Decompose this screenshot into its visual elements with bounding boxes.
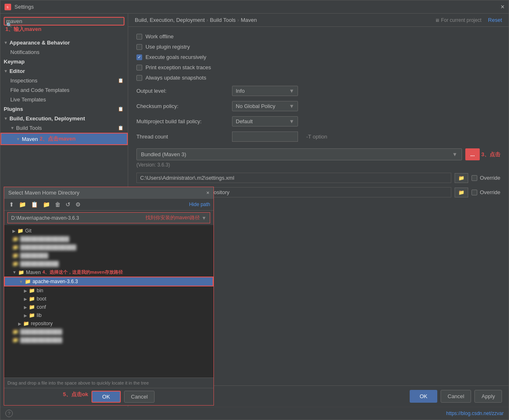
tree-item-blurred2[interactable]: 📁 ████████████████ — [4, 243, 213, 251]
sidebar-item-live-templates[interactable]: Live Templates — [0, 95, 128, 104]
breadcrumb-bar: Build, Execution, Deployment › Build Too… — [128, 14, 509, 27]
tree-item-blurred1[interactable]: 📁 ██████████████ — [4, 235, 213, 243]
title-bar: S Settings × — [0, 0, 509, 14]
toolbar-btn-settings[interactable]: ⚙ — [74, 200, 82, 209]
toolbar-btn-up[interactable]: ⬆ — [7, 200, 16, 209]
path-dropdown-icon[interactable]: ▼ — [202, 215, 206, 221]
multiproject-policy-dropdown[interactable]: Default ▼ — [232, 116, 298, 127]
chevron-icon: ▶ — [24, 305, 27, 310]
tree-item-maven[interactable]: ▼ 📁 Maven 4、选择这个，这是我的maven存放路径 — [4, 268, 213, 277]
sidebar-item-notifications[interactable]: Notifications — [0, 47, 128, 57]
maven-home-ellipsis-button[interactable]: ... — [465, 148, 480, 160]
output-level-dropdown[interactable]: Info ▼ — [232, 86, 298, 96]
tree-item-blurred4[interactable]: 📁 ███████████ — [4, 260, 213, 268]
checkbox-execute-goals[interactable] — [136, 54, 142, 60]
dropdown-arrow-icon: ▼ — [289, 103, 294, 109]
step4-annotation: 4、选择这个，这是我的maven存放路径 — [42, 269, 123, 275]
tree-item-bin[interactable]: ▶ 📁 bin — [4, 286, 213, 295]
thread-count-row: Thread count -T option — [136, 131, 500, 142]
toolbar-btn-copy[interactable]: 📋 — [29, 200, 40, 209]
hide-path-link[interactable]: Hide path — [189, 202, 210, 207]
app-icon: S — [5, 4, 11, 10]
breadcrumb-part3: Maven — [241, 17, 257, 23]
window-title: Settings — [14, 4, 34, 10]
checkbox-always-update-row: Always update snapshots — [136, 75, 500, 81]
sidebar-item-file-code-templates[interactable]: File and Code Templates — [0, 85, 128, 95]
sidebar-item-build-execution[interactable]: ▼ Build, Execution, Deployment — [0, 114, 128, 123]
sidebar-item-appearance[interactable]: ▼ Appearance & Behavior — [0, 38, 128, 47]
folder-icon: 📁 — [12, 253, 19, 258]
folder-icon: 📁 — [29, 288, 35, 293]
tree-item-blurred5[interactable]: 📁 ████████████ — [4, 328, 213, 336]
tree-item-label: conf — [37, 304, 46, 310]
tree-item-label: ████████ — [20, 253, 48, 258]
sidebar-item-plugins[interactable]: Plugins 📋 — [0, 104, 128, 114]
dropdown-arrow-icon: ▼ — [452, 151, 457, 157]
output-level-row: Output level: Info ▼ — [136, 86, 500, 96]
toolbar-btn-delete[interactable]: 🗑 — [53, 200, 62, 209]
t-option-label: -T option — [306, 134, 327, 140]
multiproject-policy-label: Multiproject build fail policy: — [136, 118, 227, 124]
folder-icon: 📁 — [29, 304, 35, 310]
cancel-button[interactable]: Cancel — [441, 390, 471, 403]
tree-item-label: repository — [31, 321, 53, 326]
chevron-icon: ▶ — [24, 297, 27, 301]
path-annotation: 找到你安装的maven路径 — [145, 214, 200, 221]
close-button[interactable]: × — [501, 3, 504, 11]
checkbox-work-offline-row: Work offline — [136, 33, 500, 40]
apply-button[interactable]: Apply — [474, 390, 502, 403]
tree-item-blurred3[interactable]: 📁 ████████ — [4, 251, 213, 260]
checkbox-use-plugin-registry[interactable] — [136, 44, 142, 50]
maven-version-text: (Version: 3.6.3) — [136, 162, 500, 168]
tree-item-apache-maven[interactable]: ▼ 📁 apache-maven-3.6.3 — [4, 277, 213, 286]
search-icon: 🔍 — [6, 22, 12, 28]
toolbar-btn-refresh[interactable]: ↺ — [64, 200, 72, 209]
file-dialog-close-btn[interactable]: × — [206, 190, 209, 196]
file-dialog: Select Maven Home Directory × ⬆ 📁 📋 📁 🗑 … — [4, 187, 214, 406]
sidebar-item-inspections[interactable]: Inspections 📋 — [0, 76, 128, 85]
local-repo-folder-button[interactable]: 📁 — [455, 188, 468, 197]
project-icon: 🖥 — [435, 18, 439, 23]
tree-item-conf[interactable]: ▶ 📁 conf — [4, 303, 213, 311]
checkbox-always-update[interactable] — [136, 75, 142, 81]
thread-count-input[interactable] — [232, 131, 298, 142]
dropdown-arrow-icon: ▼ — [289, 88, 294, 94]
checksum-policy-value: No Global Policy — [236, 103, 275, 109]
url-text: https://blog.csdn.net/zzvar — [446, 411, 504, 416]
tree-item-repository[interactable]: ▶ 📁 repository — [4, 319, 213, 328]
sidebar-item-label: Inspections — [10, 77, 38, 84]
tree-item-boot[interactable]: ▶ 📁 boot — [4, 295, 213, 303]
tree-item-git[interactable]: ▶ 📁 Git — [4, 227, 213, 235]
checkbox-work-offline[interactable] — [136, 34, 142, 40]
help-icon[interactable]: ? — [5, 410, 13, 417]
sidebar-item-build-tools[interactable]: ▼ Build Tools 📋 — [0, 123, 128, 133]
sidebar-item-editor[interactable]: ▼ Editor — [0, 66, 128, 76]
user-settings-override: Override — [471, 175, 500, 181]
folder-icon: 📁 — [29, 296, 35, 302]
chevron-icon: ▶ — [18, 321, 21, 326]
checkbox-print-exception[interactable] — [136, 65, 142, 70]
user-settings-folder-button[interactable]: 📁 — [455, 173, 468, 183]
sidebar-item-maven[interactable]: ▼ Maven 2、点击maven — [0, 133, 128, 145]
tree-item-blurred6[interactable]: 📁 ████████████ — [4, 336, 213, 344]
tree-item-label: Maven — [26, 270, 41, 275]
toolbar-btn-folder2[interactable]: 📁 — [41, 200, 52, 209]
title-bar-left: S Settings — [5, 4, 34, 10]
search-input[interactable] — [4, 17, 124, 26]
file-dialog-cancel-button[interactable]: Cancel — [124, 391, 155, 403]
sidebar-item-keymap[interactable]: Keymap — [0, 57, 128, 66]
toolbar-btn-folder1[interactable]: 📁 — [17, 200, 28, 209]
user-settings-override-checkbox[interactable] — [471, 175, 477, 181]
maven-home-dropdown[interactable]: Bundled (Maven 3) ▼ — [136, 148, 462, 160]
breadcrumb: Build, Execution, Deployment › Build Too… — [135, 17, 257, 23]
copy-icon: 📋 — [118, 125, 124, 131]
tree-item-label: ███████████ — [20, 261, 59, 267]
svg-text:S: S — [7, 6, 9, 9]
ok-button[interactable]: OK — [410, 390, 437, 403]
folder-icon: 📁 — [12, 261, 19, 267]
file-dialog-ok-button[interactable]: OK — [91, 391, 121, 403]
tree-item-lib[interactable]: ▶ 📁 lib — [4, 311, 213, 319]
reset-link[interactable]: Reset — [488, 17, 502, 23]
local-repo-override-checkbox[interactable] — [471, 190, 477, 195]
checksum-policy-dropdown[interactable]: No Global Policy ▼ — [232, 101, 298, 111]
